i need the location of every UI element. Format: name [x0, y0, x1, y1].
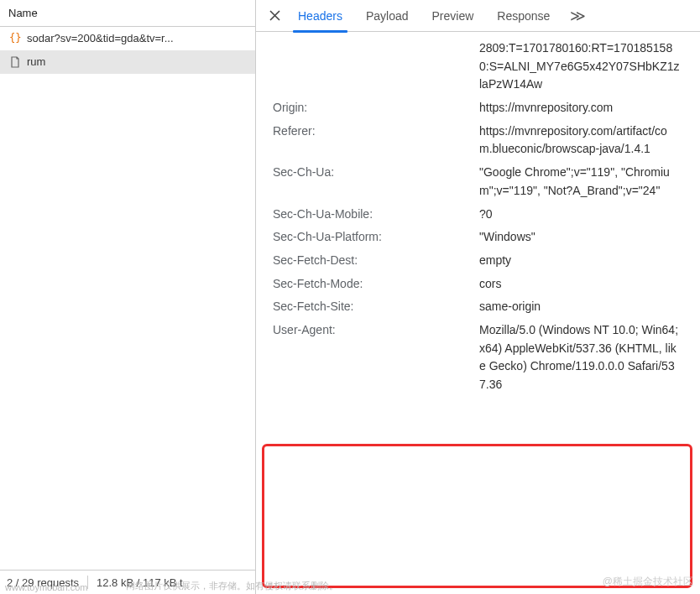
header-row: Sec-Fetch-Dest:empty: [256, 249, 700, 273]
request-list-panel: Name {} sodar?sv=200&tid=gda&tv=r... rum…: [0, 0, 256, 594]
header-row: Sec-Ch-Ua-Platform:"Windows": [256, 226, 700, 249]
header-value: Mozilla/5.0 (Windows NT 10.0; Win64; x64…: [479, 321, 685, 394]
header-key: Sec-Ch-Ua-Mobile:: [273, 206, 479, 224]
header-value: "Windows": [479, 228, 685, 247]
svg-text:{}: {}: [9, 32, 21, 44]
header-value: cors: [479, 275, 685, 294]
request-item-sodar[interactable]: {} sodar?sv=200&tid=gda&tv=r...: [0, 27, 255, 50]
header-key: Sec-Ch-Ua:: [273, 164, 479, 200]
divider: [87, 576, 88, 589]
header-key: Sec-Fetch-Site:: [273, 298, 479, 316]
header-row: 2809:T=1701780160:RT=1701851580:S=ALNI_M…: [256, 37, 700, 96]
tab-preview[interactable]: Preview: [421, 0, 486, 32]
requests-count: 2 / 29 requests: [7, 576, 79, 589]
header-row: Sec-Fetch-Site:same-origin: [256, 295, 700, 319]
header-key: User-Agent:: [273, 321, 479, 394]
header-key: Origin:: [273, 99, 479, 117]
tab-payload[interactable]: Payload: [354, 0, 421, 32]
header-value: 2809:T=1701780160:RT=1701851580:S=ALNI_M…: [479, 39, 685, 94]
header-value: ?0: [479, 206, 685, 224]
tab-response[interactable]: Response: [485, 0, 562, 32]
header-row: Sec-Fetch-Mode:cors: [256, 273, 700, 296]
details-panel: Headers Payload Preview Response ≫ 2809:…: [256, 0, 700, 594]
close-button[interactable]: [263, 0, 286, 32]
header-key: Sec-Fetch-Mode:: [273, 275, 479, 294]
header-value: https://mvnrepository.com: [479, 99, 685, 117]
header-value: empty: [479, 252, 685, 270]
transfer-size: 12.8 kB / 117 kB t: [97, 576, 183, 589]
name-column-header[interactable]: Name: [0, 0, 255, 27]
header-key: Referer:: [273, 122, 479, 159]
header-value: same-origin: [479, 298, 685, 316]
request-list: {} sodar?sv=200&tid=gda&tv=r... rum: [0, 27, 255, 570]
header-row: Sec-Ch-Ua-Mobile:?0: [256, 203, 700, 227]
header-value: "Google Chrome";v="119", "Chromium";v="1…: [479, 164, 685, 200]
status-bar: 2 / 29 requests 12.8 kB / 117 kB t: [0, 570, 255, 594]
braces-icon: {}: [8, 32, 21, 44]
tab-bar: Headers Payload Preview Response ≫: [256, 0, 700, 32]
request-label: sodar?sv=200&tid=gda&tv=r...: [27, 32, 174, 44]
headers-content[interactable]: 2809:T=1701780160:RT=1701851580:S=ALNI_M…: [256, 32, 700, 594]
file-icon: [8, 55, 21, 68]
more-tabs-button[interactable]: ≫: [562, 0, 593, 32]
request-item-rum[interactable]: rum: [0, 50, 255, 74]
header-row: Sec-Ch-Ua:"Google Chrome";v="119", "Chro…: [256, 161, 700, 202]
header-row: Referer:https://mvnrepository.com/artifa…: [256, 120, 700, 161]
header-key: Sec-Ch-Ua-Platform:: [273, 228, 479, 247]
tab-headers[interactable]: Headers: [286, 0, 354, 32]
header-value: https://mvnrepository.com/artifact/com.b…: [479, 122, 685, 159]
header-row: User-Agent:Mozilla/5.0 (Windows NT 10.0;…: [256, 319, 700, 397]
request-label: rum: [27, 55, 45, 68]
header-key: Sec-Fetch-Dest:: [273, 252, 479, 270]
header-key: [273, 39, 479, 94]
header-row: Origin:https://mvnrepository.com: [256, 96, 700, 120]
